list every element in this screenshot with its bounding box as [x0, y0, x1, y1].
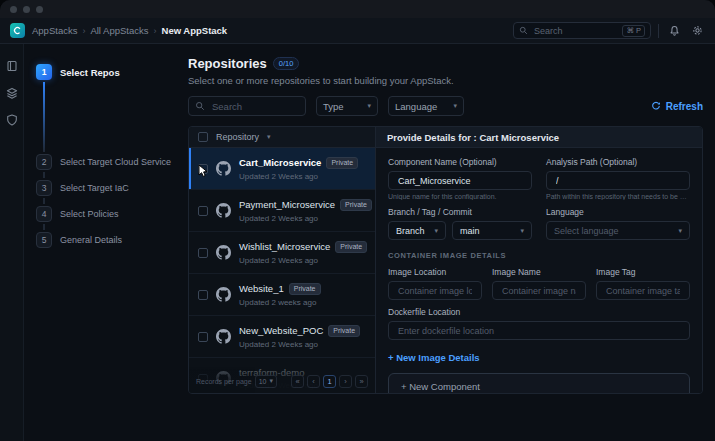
- step-general-details[interactable]: 5 General Details: [36, 232, 174, 248]
- new-component-button[interactable]: + New Component: [388, 373, 690, 393]
- repo-updated: Updated 2 Weeks ago: [239, 340, 360, 349]
- repo-updated: Updated 2 Weeks ago: [239, 256, 366, 265]
- private-badge: Private: [340, 199, 372, 211]
- dockerfile-location-input[interactable]: [396, 325, 682, 337]
- window-zoom-button[interactable]: [36, 6, 43, 13]
- step-select-policies[interactable]: 4 Select Policies: [36, 206, 174, 222]
- window-close-button[interactable]: [10, 6, 17, 13]
- step-number-badge: 3: [36, 180, 52, 196]
- repo-row-new-website-poc[interactable]: New_Website_POC Private Updated 2 Weeks …: [189, 316, 375, 358]
- header-divider: [658, 24, 659, 38]
- step-select-repos[interactable]: 1 Select Repos: [36, 64, 174, 80]
- repo-updated: Updated 2 Weeks ago: [239, 172, 358, 181]
- breadcrumb-all-appstacks[interactable]: All AppStacks: [90, 25, 148, 36]
- docs-book-icon[interactable]: [6, 60, 18, 72]
- records-per-page-value: 10: [259, 378, 267, 385]
- chevron-down-icon: ▾: [434, 227, 438, 235]
- github-icon: [216, 329, 231, 344]
- step-select-target-iac[interactable]: 3 Select Target IaC: [36, 180, 174, 196]
- refresh-label: Refresh: [666, 101, 703, 112]
- refresh-button[interactable]: Refresh: [651, 101, 703, 112]
- records-per-page-select[interactable]: 10 ▾: [255, 375, 277, 388]
- global-search[interactable]: ⌘ P: [513, 22, 651, 39]
- step-label: General Details: [60, 232, 122, 245]
- selected-count-badge: 0/10: [273, 57, 300, 70]
- chevron-down-icon: ▾: [269, 377, 273, 385]
- step-number-badge: 1: [36, 64, 52, 80]
- language-select[interactable]: Select language ▾: [546, 221, 690, 240]
- pagination-bar: Records per page 10 ▾ « ‹ 1 › »: [189, 369, 375, 393]
- image-tag-label: Image Tag: [596, 267, 690, 277]
- app-window: AppStacks › All AppStacks › New AppStack…: [0, 0, 715, 441]
- repo-table-header: Repository ▾: [189, 127, 375, 148]
- page-subtitle: Select one or more repositories to start…: [188, 75, 703, 86]
- repo-checkbox[interactable]: [198, 248, 208, 258]
- pager-next-button[interactable]: ›: [339, 375, 352, 388]
- component-name-label: Component Name (Optional): [388, 157, 532, 167]
- repo-search-input[interactable]: [210, 100, 299, 113]
- select-all-checkbox[interactable]: [198, 132, 208, 142]
- step-label: Select Repos: [60, 64, 120, 78]
- repo-row-cart-microservice[interactable]: Cart_Microservice Private Updated 2 Week…: [189, 148, 375, 190]
- step-connector: [43, 198, 45, 204]
- type-filter-label: Type: [323, 101, 344, 112]
- component-name-input[interactable]: [396, 175, 524, 187]
- step-label: Select Target Cloud Service: [60, 154, 171, 167]
- repo-row-website-1[interactable]: Website_1 Private Updated 2 weeks ago: [189, 274, 375, 316]
- main-content: Repositories 0/10 Select one or more rep…: [174, 44, 715, 441]
- pager-first-button[interactable]: «: [291, 375, 304, 388]
- repo-row-wishlist-microservice[interactable]: Wishlist_Microservice Private Updated 2 …: [189, 232, 375, 274]
- repository-column-header[interactable]: Repository: [216, 132, 259, 142]
- repo-name: Cart_Microservice: [239, 157, 321, 168]
- chevron-down-icon: ▾: [453, 102, 457, 110]
- branch-ref-value: main: [460, 226, 480, 236]
- notifications-bell-icon[interactable]: [666, 23, 682, 39]
- page-title: Repositories: [188, 56, 267, 71]
- new-image-details-link[interactable]: + New Image Details: [388, 352, 480, 363]
- breadcrumb-separator-icon: ›: [154, 26, 157, 36]
- pager-prev-button[interactable]: ‹: [307, 375, 320, 388]
- repo-row-payment-microservice[interactable]: Payment_Microservice Private Updated 2 W…: [189, 190, 375, 232]
- step-select-target-cloud-service[interactable]: 2 Select Target Cloud Service: [36, 154, 174, 170]
- step-connector: [43, 82, 45, 152]
- icon-rail: [0, 44, 24, 441]
- private-badge: Private: [335, 241, 367, 253]
- language-filter-dropdown[interactable]: Language ▾: [388, 96, 464, 116]
- language-filter-label: Language: [395, 101, 437, 112]
- analysis-path-input[interactable]: [554, 175, 682, 187]
- breadcrumb: AppStacks › All AppStacks › New AppStack: [32, 25, 227, 36]
- breadcrumb-appstacks[interactable]: AppStacks: [32, 25, 77, 36]
- repo-checkbox[interactable]: [198, 332, 208, 342]
- sort-caret-icon[interactable]: ▾: [267, 133, 271, 141]
- stacks-layers-icon[interactable]: [6, 87, 18, 99]
- repo-checkbox[interactable]: [198, 164, 208, 174]
- github-icon: [216, 287, 231, 302]
- branch-type-select[interactable]: Branch ▾: [388, 221, 446, 240]
- repo-name: Payment_Microservice: [239, 199, 335, 210]
- wizard-steps: 1 Select Repos 2 Select Target Cloud Ser…: [24, 44, 174, 441]
- settings-gear-icon[interactable]: [689, 23, 705, 39]
- repo-list: Repository ▾ Cart_Microservice Private: [189, 127, 376, 393]
- policies-shield-icon[interactable]: [6, 114, 18, 126]
- branch-ref-select[interactable]: main ▾: [452, 221, 532, 240]
- global-search-input[interactable]: [532, 25, 618, 37]
- image-location-input[interactable]: [396, 285, 474, 297]
- type-filter-dropdown[interactable]: Type ▾: [316, 96, 378, 116]
- pager-last-button[interactable]: »: [355, 375, 368, 388]
- pager-page-button[interactable]: 1: [323, 375, 336, 388]
- repo-name: New_Website_POC: [239, 325, 323, 336]
- image-tag-input[interactable]: [604, 285, 682, 297]
- breadcrumb-separator-icon: ›: [82, 26, 85, 36]
- repo-search[interactable]: [188, 96, 306, 116]
- filter-bar: Type ▾ Language ▾ Refresh: [188, 96, 703, 116]
- image-location-label: Image Location: [388, 267, 482, 277]
- repo-checkbox[interactable]: [198, 206, 208, 216]
- private-badge: Private: [328, 325, 360, 337]
- repo-checkbox[interactable]: [198, 290, 208, 300]
- records-per-page-label: Records per page: [196, 378, 252, 385]
- image-name-input[interactable]: [500, 285, 578, 297]
- search-icon: [519, 26, 528, 35]
- language-label: Language: [546, 207, 690, 217]
- repo-updated: Updated 2 Weeks ago: [239, 214, 366, 223]
- window-minimize-button[interactable]: [23, 6, 30, 13]
